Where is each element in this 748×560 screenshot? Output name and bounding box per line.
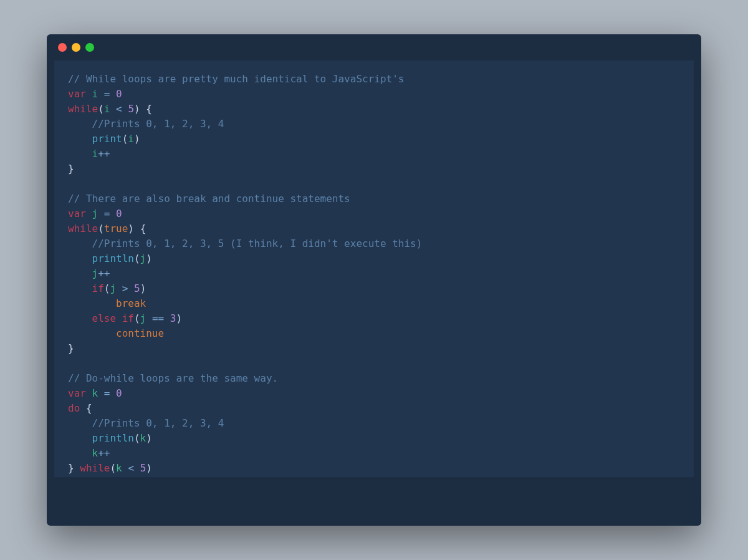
identifier: j: [140, 312, 146, 324]
comment: //Prints 0, 1, 2, 3, 4: [92, 118, 224, 130]
paren: (: [122, 133, 128, 145]
identifier: j: [92, 268, 98, 279]
paren: (: [134, 253, 140, 264]
number: 0: [116, 208, 122, 220]
brace: }: [68, 342, 74, 354]
window-titlebar: [47, 34, 701, 60]
keyword-if: if: [122, 312, 134, 324]
number: 5: [140, 462, 146, 474]
paren: ): [146, 432, 152, 444]
operator: <: [128, 462, 134, 474]
keyword-do: do: [68, 402, 80, 414]
operator: ++: [98, 447, 110, 459]
identifier: k: [92, 387, 98, 399]
comment: //Prints 0, 1, 2, 3, 5 (I think, I didn'…: [92, 238, 423, 249]
paren: ): [176, 312, 182, 324]
keyword-while: while: [80, 462, 110, 474]
number: 5: [128, 103, 134, 115]
identifier: j: [140, 253, 146, 264]
builtin-println: println: [92, 253, 134, 264]
code-window: // While loops are pretty much identical…: [47, 34, 701, 526]
comment: //Prints 0, 1, 2, 3, 4: [92, 417, 224, 429]
identifier: i: [92, 88, 98, 100]
keyword-continue: continue: [116, 327, 164, 339]
number: 5: [134, 282, 140, 294]
paren: ): [128, 223, 134, 234]
paren: ): [140, 282, 146, 294]
operator: =: [104, 88, 110, 100]
operator: ++: [98, 268, 110, 279]
paren: ): [134, 103, 140, 115]
identifier: k: [92, 447, 98, 459]
comment: // Do-while loops are the same way.: [68, 372, 278, 384]
boolean: true: [104, 223, 128, 234]
keyword-else: else: [92, 312, 117, 324]
comment: // There are also break and continue sta…: [68, 193, 350, 205]
comment: // While loops are pretty much identical…: [68, 73, 404, 85]
identifier: i: [128, 133, 134, 145]
keyword-while: while: [68, 223, 98, 234]
minimize-icon[interactable]: [72, 43, 80, 52]
identifier: i: [92, 148, 98, 160]
keyword-if: if: [92, 282, 104, 294]
brace: }: [68, 462, 74, 474]
identifier: i: [104, 103, 110, 115]
paren: (: [98, 103, 104, 115]
operator: =: [104, 387, 110, 399]
brace: }: [68, 163, 74, 175]
identifier: k: [116, 462, 122, 474]
identifier: j: [92, 208, 98, 220]
operator: ==: [152, 312, 164, 324]
paren: (: [110, 462, 116, 474]
brace: {: [86, 402, 92, 414]
paren: ): [146, 462, 152, 474]
code-editor[interactable]: // While loops are pretty much identical…: [54, 60, 694, 477]
paren: (: [104, 282, 110, 294]
zoom-icon[interactable]: [85, 43, 94, 52]
builtin-print: print: [92, 133, 122, 145]
number: 0: [116, 88, 122, 100]
paren: (: [98, 223, 104, 234]
builtin-println: println: [92, 432, 134, 444]
brace: {: [140, 223, 146, 234]
paren: ): [146, 253, 152, 264]
identifier: j: [110, 282, 116, 294]
operator: =: [104, 208, 110, 220]
keyword-var: var: [68, 88, 86, 100]
operator: <: [116, 103, 122, 115]
identifier: k: [140, 432, 146, 444]
number: 0: [116, 387, 122, 399]
operator: ++: [98, 148, 110, 160]
paren: (: [134, 312, 140, 324]
keyword-var: var: [68, 387, 86, 399]
operator: >: [122, 282, 128, 294]
close-icon[interactable]: [58, 43, 67, 52]
keyword-var: var: [68, 208, 86, 220]
paren: (: [134, 432, 140, 444]
brace: {: [146, 103, 152, 115]
keyword-break: break: [116, 297, 146, 309]
number: 3: [170, 312, 176, 324]
paren: ): [134, 133, 140, 145]
keyword-while: while: [68, 103, 98, 115]
